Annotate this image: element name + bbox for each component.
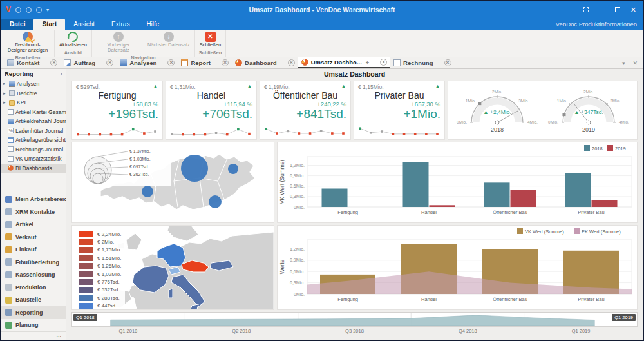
country-italy-sardinia [169, 289, 173, 298]
sidebar-item-analysen[interactable]: ▸Analysen [1, 79, 66, 89]
sidebar-collapse-icon[interactable]: ‹ [61, 71, 62, 77]
sidebar-item-artikellagerübersicht[interactable]: Artikellagerübersicht [1, 135, 66, 145]
sidebar-overflow[interactable]: ... [1, 331, 66, 340]
table-icon [8, 137, 14, 143]
tab-close-icon[interactable]: × [222, 59, 229, 66]
sidebar-nav-baustelle[interactable]: Baustelle [1, 294, 66, 307]
map-bubble[interactable] [209, 195, 222, 208]
snap-layout-icon[interactable] [583, 7, 589, 12]
menu-tab-extras[interactable]: Extras [103, 19, 138, 30]
sidebar-nav-fibuüberleitung[interactable]: Fibuüberleitung [1, 256, 66, 269]
menu-tab-datei[interactable]: Datei [1, 19, 33, 30]
range-selector-track[interactable]: Q1 2018 Q1 2019 [71, 312, 638, 327]
sidebar-nav-verkauf[interactable]: Verkauf [1, 231, 66, 244]
sidebar-nav-artikel[interactable]: Artikel [1, 219, 66, 231]
legend-swatch [79, 231, 93, 237]
tab-label: Umsatz Dashbo... [311, 59, 362, 66]
bar-2019-handel[interactable] [430, 205, 455, 207]
kpi-card-öffentlicher-bau[interactable]: € 1,19Mio.▲Öffentlicher Bau+240,22 %+841… [260, 81, 351, 140]
nächster-datensatz-button[interactable]: Nächster Datensatz [146, 31, 191, 48]
kpi-card-handel[interactable]: € 1,31Mio.▲Handel+115,94 %+706Tsd. [166, 81, 257, 140]
expander-icon[interactable]: ▸ [3, 100, 7, 105]
range-area-chart[interactable] [72, 313, 637, 326]
sidebar-nav-xrm-kontakte[interactable]: XRM Kontakte [1, 206, 66, 219]
tab-close-icon[interactable]: × [380, 59, 387, 66]
tab-close-icon[interactable]: × [167, 59, 175, 66]
tab-close-icon[interactable]: × [50, 59, 57, 66]
quick-access-caret-icon[interactable]: ▾ [46, 7, 49, 13]
tab-umsatz-dashbo[interactable]: Umsatz Dashbo...+× [298, 57, 390, 68]
map-bubble[interactable] [142, 186, 153, 197]
menu-tab-ansicht[interactable]: Ansicht [65, 19, 103, 30]
sidebar-nav-mein-arbeitsbereich[interactable]: Mein Arbeitsbereich [1, 193, 66, 206]
kpi-card-fertigung[interactable]: € 529Tsd.▲Fertigung+58,83 %+196Tsd. [71, 81, 163, 140]
nav-item-label: Verkauf [15, 234, 37, 240]
produktinformationen-link[interactable]: VenDoc Produktinformationen [550, 21, 643, 30]
tab-close-icon[interactable]: × [106, 59, 113, 66]
sidebar-nav-planung[interactable]: Planung [1, 319, 66, 332]
pie-tab-icon [301, 59, 308, 66]
close-window-icon[interactable]: ✕ [630, 6, 636, 13]
aktualisieren-button[interactable]: Aktualisieren [58, 31, 88, 48]
tab-auftrag[interactable]: Auftrag× [61, 57, 117, 68]
bar-2018-fertigung[interactable] [322, 188, 348, 207]
sidebar-item-bi-dashboards[interactable]: BI Dashboards [1, 164, 66, 173]
sidebar-item-rechnungs-journal[interactable]: Rechnungs Journal [1, 145, 66, 155]
tab-close-icon[interactable]: ✕ [632, 60, 638, 66]
sidebar-nav-produktion[interactable]: Produktion [1, 281, 66, 294]
sidebar-item-artikel-kartei-gesamt[interactable]: Artikel Kartei Gesamt [1, 108, 66, 117]
tree-item-label: KPI [17, 99, 26, 106]
legend-label: € 2,24Mio. [97, 231, 121, 237]
bar-2019-privater-bau[interactable] [592, 200, 618, 207]
trend-up-icon: ▲ [153, 83, 158, 90]
tab-list-dropdown-icon[interactable]: ▾ [622, 60, 625, 66]
sidebar-nav-kassenlösung[interactable]: Kassenlösung [1, 269, 66, 282]
menu-tab-hilfe[interactable]: Hilfe [138, 19, 167, 30]
tab-report[interactable]: Report× [178, 57, 232, 68]
tab-close-icon[interactable]: × [444, 59, 451, 66]
kpi-row: € 529Tsd.▲Fertigung+58,83 %+196Tsd.€ 1,3… [71, 81, 638, 140]
quick-access-icon-1[interactable] [15, 7, 21, 13]
sidebar-item-berichte[interactable]: ▸Berichte [1, 89, 66, 99]
range-end-badge[interactable]: Q1 2019 [612, 314, 636, 321]
kpi-total-value: € 529Tsd. [76, 84, 158, 90]
menu-tab-start[interactable]: Start [33, 19, 65, 30]
svg-text:0Mio.: 0Mio. [294, 292, 305, 297]
bar-2018-handel[interactable] [403, 162, 429, 207]
sidebar-nav-einkauf[interactable]: Einkauf [1, 244, 66, 257]
map-bubble[interactable] [181, 155, 208, 182]
schließen-button[interactable]: Schließen [198, 31, 222, 48]
quick-access-icon-2[interactable] [26, 7, 32, 13]
map-bubble[interactable] [228, 164, 238, 174]
tab-kontakt[interactable]: Kontakt× [4, 57, 61, 68]
tree-item-label: Rechnungs Journal [15, 146, 63, 153]
vorheriger-datensatz-button[interactable]: Vorheriger Datensatz [95, 31, 142, 54]
bar-2018-privater-bau[interactable] [565, 173, 591, 207]
minimize-icon[interactable] [599, 12, 605, 12]
sidebar-item-ladenhüter-journal[interactable]: Ladenhüter Journal [1, 126, 66, 136]
expander-icon[interactable]: ▸ [3, 91, 7, 96]
sidebar-item-vk-umsatzstatistik[interactable]: VK Umsatzstatistik [1, 154, 66, 164]
tab-close-icon[interactable]: × [288, 59, 295, 66]
bar-chart-panel-vk-ek: 0Mio.0,3Mio.0,6Mio.0,9Mio.1,2Mio.WerteFe… [277, 225, 638, 310]
tab-dashboard[interactable]: Dashboard× [232, 57, 298, 68]
restore-icon[interactable] [615, 7, 620, 12]
sidebar-nav-reporting[interactable]: Reporting [1, 306, 66, 319]
svg-text:0Mio.: 0Mio. [548, 120, 558, 124]
dashboard-designer-anzeigen-button[interactable]: Dashboard-Designer anzeigen [5, 31, 51, 54]
sidebar-item-kpi[interactable]: ▸KPI [1, 98, 66, 108]
legend-item: € 532Tsd. [79, 286, 121, 294]
kpi-total-value: € 1,15Mio. [358, 84, 440, 90]
pin-icon[interactable]: + [366, 59, 369, 66]
tab-rechnung[interactable]: Rechnung× [390, 57, 454, 68]
legend-label: € 1,02Mio. [97, 271, 121, 277]
tab-analysen[interactable]: Analysen× [117, 57, 178, 68]
range-start-badge[interactable]: Q1 2018 [73, 314, 97, 321]
bar-2019-öffentlicher-bau[interactable] [511, 190, 536, 207]
quick-access-refresh-icon[interactable] [36, 7, 42, 13]
bar-2018-öffentlicher-bau[interactable] [484, 182, 510, 207]
expander-icon[interactable]: ▸ [3, 81, 7, 86]
kpi-sparkline [169, 125, 252, 138]
sidebar-item-artikeldrehzahl-journal[interactable]: Artikeldrehzahl Journal [1, 117, 66, 126]
kpi-card-privater-bau[interactable]: € 1,15Mio.▲Privater Bau+657,30 %+1Mio. [354, 81, 445, 140]
